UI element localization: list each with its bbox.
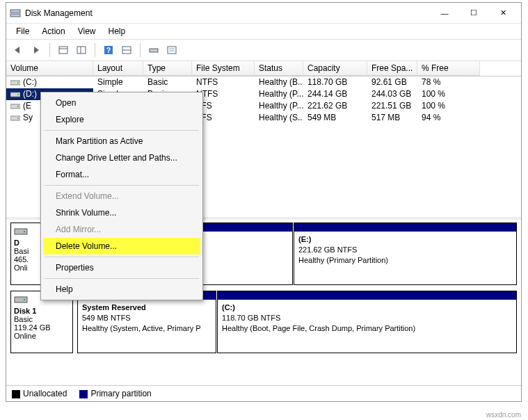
legend: Unallocated Primary partition [6, 385, 521, 401]
forward-button[interactable] [29, 42, 44, 58]
legend-unallocated: Unallocated [12, 389, 67, 398]
svg-text:?: ? [106, 47, 111, 54]
svg-rect-1 [10, 14, 20, 17]
ctx-separator [45, 185, 199, 186]
part-status: Healthy (System, Active, Primary P [82, 324, 201, 332]
part-label: System Reserved [82, 303, 146, 312]
ctx-mirror: Add Mirror... [43, 221, 200, 238]
maximize-button[interactable]: ☐ [459, 3, 488, 23]
minimize-button[interactable]: — [430, 3, 459, 23]
ctx-separator [45, 257, 199, 257]
vol-name: (E [23, 101, 31, 111]
svg-rect-4 [77, 47, 86, 54]
partition-e[interactable]: (E:) 221.62 GB NTFS Healthy (Primary Par… [294, 223, 517, 285]
vol-name: (C:) [23, 77, 37, 87]
partition-color-bar [294, 223, 516, 232]
svg-point-15 [17, 82, 19, 83]
toolbar: ? [6, 40, 521, 61]
vol-name: Sy [23, 113, 33, 122]
ctx-format[interactable]: Format... [43, 166, 200, 183]
ctx-mark-active[interactable]: Mark Partition as Active [43, 133, 200, 150]
toolbar-box1-icon[interactable] [56, 42, 71, 58]
svg-rect-24 [15, 297, 27, 302]
drive-icon [10, 90, 20, 99]
app-icon [10, 8, 21, 19]
svg-rect-2 [59, 47, 67, 54]
svg-rect-22 [15, 229, 27, 234]
ctx-separator [45, 130, 199, 131]
back-button[interactable] [10, 42, 26, 58]
drive-icon [10, 79, 20, 87]
ctx-open[interactable]: Open [43, 95, 200, 111]
menu-view[interactable]: View [72, 25, 102, 38]
toolbar-separator [140, 43, 141, 57]
disk1-type: Basic [14, 315, 70, 323]
help-icon[interactable]: ? [101, 42, 116, 58]
part-label: (C:) [222, 303, 235, 312]
header-status[interactable]: Status [255, 61, 303, 76]
disk1-status: Online [14, 332, 70, 340]
part-status: Healthy (Boot, Page File, Crash Dump, Pr… [222, 324, 415, 332]
svg-point-23 [24, 231, 25, 232]
window-controls: — ☐ ✕ [430, 3, 518, 23]
menubar: File Action View Help [6, 24, 521, 40]
header-filesystem[interactable]: File System [192, 61, 255, 76]
header-layout[interactable]: Layout [93, 61, 143, 76]
ctx-separator [45, 278, 199, 279]
svg-rect-0 [10, 10, 20, 13]
disk1-size: 119.24 GB [14, 323, 70, 332]
ctx-delete-volume[interactable]: Delete Volume... [43, 238, 200, 255]
ctx-change-letter[interactable]: Change Drive Letter and Paths... [43, 150, 200, 166]
ctx-extend: Extend Volume... [43, 188, 200, 204]
disk1-name: Disk 1 [14, 307, 70, 315]
ctx-properties[interactable]: Properties [43, 259, 200, 276]
toolbar-list-icon[interactable] [164, 42, 179, 58]
menu-help[interactable]: Help [103, 25, 131, 38]
partition-c[interactable]: (C:) 118.70 GB NTFS Healthy (Boot, Page … [217, 291, 517, 353]
part-cap: 118.70 GB NTFS [222, 314, 280, 322]
part-cap: 549 MB NTFS [82, 314, 131, 322]
svg-point-21 [17, 118, 19, 119]
menu-file[interactable]: File [10, 25, 35, 38]
ctx-shrink[interactable]: Shrink Volume... [43, 204, 200, 221]
close-button[interactable]: ✕ [488, 3, 518, 23]
svg-rect-11 [168, 47, 176, 54]
svg-point-19 [17, 106, 19, 107]
menu-action[interactable]: Action [36, 25, 70, 38]
ctx-explore[interactable]: Explore [43, 111, 200, 128]
legend-primary: Primary partition [79, 389, 151, 398]
partition-color-bar [218, 291, 516, 300]
toolbar-disk-icon[interactable] [146, 42, 161, 58]
toolbar-separator [95, 43, 95, 57]
header-volume[interactable]: Volume [6, 61, 93, 76]
part-status: Healthy (Primary Partition) [298, 256, 388, 264]
svg-rect-10 [150, 49, 158, 52]
watermark: wsxdn.com [486, 411, 521, 419]
vol-name: (D:) [23, 89, 37, 99]
context-menu: Open Explore Mark Partition as Active Ch… [40, 92, 203, 300]
header-type[interactable]: Type [143, 61, 192, 76]
table-row[interactable]: (C:) Simple Basic NTFS Healthy (B... 118… [6, 76, 521, 88]
window-title: Disk Management [25, 8, 430, 18]
header-free[interactable]: Free Spa... [367, 61, 417, 76]
volume-list-header: Volume Layout Type File System Status Ca… [6, 61, 521, 76]
part-label: (E:) [298, 235, 311, 243]
toolbar-box3-icon[interactable] [119, 42, 134, 58]
toolbar-separator [49, 43, 50, 57]
header-capacity[interactable]: Capacity [303, 61, 367, 76]
titlebar: Disk Management — ☐ ✕ [6, 3, 521, 24]
svg-point-17 [17, 94, 19, 95]
part-cap: 221.62 GB NTFS [298, 245, 357, 254]
toolbar-box2-icon[interactable] [74, 42, 89, 58]
header-pctfree[interactable]: % Free [417, 61, 480, 76]
svg-point-25 [24, 299, 25, 300]
ctx-help[interactable]: Help [43, 281, 200, 298]
drive-icon [10, 102, 20, 111]
drive-icon [10, 114, 20, 122]
